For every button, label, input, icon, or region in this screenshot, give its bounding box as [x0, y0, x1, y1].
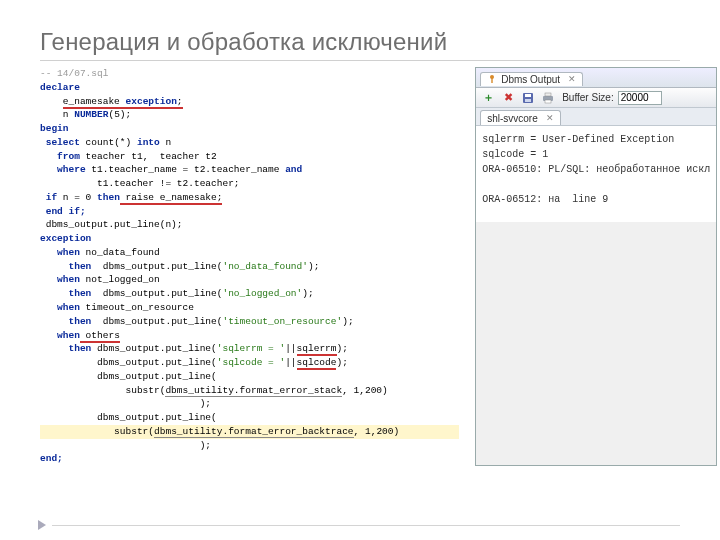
connection-tab-label: shl-svvcore	[487, 113, 538, 124]
buffer-size-label: Buffer Size:	[562, 92, 614, 103]
pin-icon	[487, 74, 497, 84]
slide-bullet-icon	[38, 520, 46, 530]
print-icon[interactable]	[540, 90, 556, 106]
page-title: Генерация и обработка исключений	[40, 28, 680, 61]
footer-divider	[52, 525, 680, 526]
close-icon[interactable]: ✕	[568, 74, 576, 84]
close-icon[interactable]: ✕	[546, 113, 554, 123]
svg-rect-6	[545, 93, 551, 96]
svg-rect-4	[525, 99, 531, 102]
tab-label: Dbms Output	[501, 74, 560, 85]
svg-rect-7	[545, 100, 551, 103]
svg-rect-1	[491, 78, 492, 83]
output-toolbar: ＋ ✖ Buffer Size:	[476, 88, 716, 108]
panel-tab-strip: Dbms Output ✕	[476, 68, 716, 88]
add-icon[interactable]: ＋	[480, 90, 496, 106]
dbms-output-panel: Dbms Output ✕ ＋ ✖ Buffer Size: shl-svvco…	[475, 67, 717, 466]
content-row: -- 14/07.sql declare e_namesake exceptio…	[40, 67, 680, 466]
code-column: -- 14/07.sql declare e_namesake exceptio…	[40, 67, 459, 466]
connection-tab-strip: shl-svvcore ✕	[476, 108, 716, 126]
save-icon[interactable]	[520, 90, 536, 106]
console-output: sqlerrm = User-Defined Exception sqlcode…	[476, 126, 716, 222]
buffer-size-input[interactable]	[618, 91, 662, 105]
clear-icon[interactable]: ✖	[500, 90, 516, 106]
tab-dbms-output[interactable]: Dbms Output ✕	[480, 72, 583, 86]
tab-connection[interactable]: shl-svvcore ✕	[480, 110, 561, 125]
svg-rect-3	[525, 94, 531, 97]
code-comment: -- 14/07.sql	[40, 68, 108, 79]
plsql-code: -- 14/07.sql declare e_namesake exceptio…	[40, 67, 459, 466]
